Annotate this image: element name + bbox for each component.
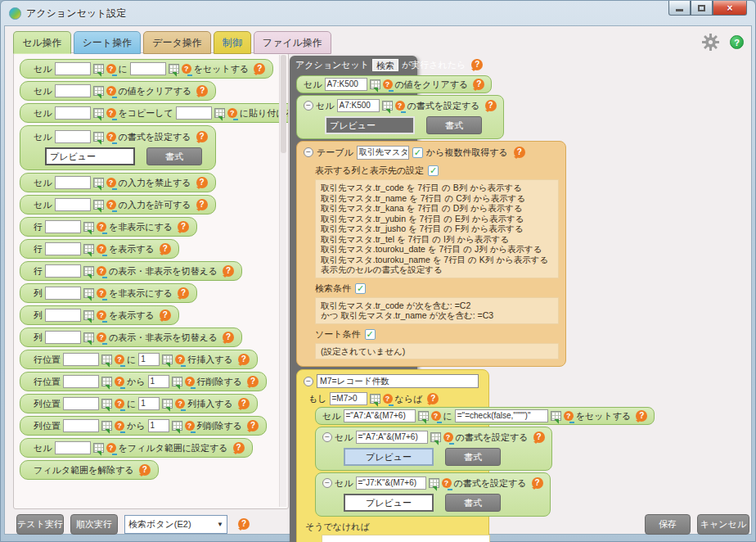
help-badge[interactable]: ? xyxy=(196,177,208,188)
if-block-name-input[interactable]: M7=レコード件数 xyxy=(317,374,479,388)
action-row[interactable]: 行?の表示・非表示を切替える? xyxy=(20,261,242,281)
checkbox-checked[interactable]: ✓ xyxy=(355,283,366,294)
value-input[interactable] xyxy=(176,106,212,120)
tab-cell-ops[interactable]: セル操作 xyxy=(13,31,71,54)
formula-help-icon[interactable]: ? xyxy=(383,79,393,89)
action-row[interactable]: セル?の入力を許可する? xyxy=(20,195,216,215)
formula-help-icon[interactable]: ? xyxy=(106,64,116,74)
action-row[interactable]: 行?を表示する? xyxy=(20,239,179,259)
value-input[interactable]: A7:K500 xyxy=(325,78,367,91)
collapse-icon[interactable]: − xyxy=(304,101,313,111)
range-picker-icon[interactable] xyxy=(83,222,94,232)
format-button[interactable]: 書式 xyxy=(445,494,501,512)
action-row[interactable]: セル?の値をクリアする? xyxy=(20,81,216,101)
help-badge[interactable]: ? xyxy=(196,199,208,210)
value-input[interactable]: =M7>0 xyxy=(330,392,367,405)
range-picker-icon[interactable] xyxy=(93,443,104,453)
formula-help-icon[interactable]: ? xyxy=(564,411,574,421)
help-badge[interactable]: ? xyxy=(139,464,151,476)
value-input[interactable] xyxy=(63,419,99,432)
formula-help-icon[interactable]: ? xyxy=(106,86,116,96)
action-row-set-format[interactable]: セル?の書式を設定する? プレビュー 書式 xyxy=(20,125,216,170)
value-input[interactable] xyxy=(130,62,166,75)
minimize-button[interactable] xyxy=(668,1,691,16)
action-set-value[interactable]: セル="A7:A"&(M7+6)?に="=check(false,"""")"?… xyxy=(315,407,655,425)
formula-help-icon[interactable]: ? xyxy=(227,108,237,118)
value-input[interactable] xyxy=(55,62,91,75)
range-picker-icon[interactable] xyxy=(93,178,104,187)
action-row[interactable]: セル?に?をセットする? xyxy=(20,59,273,79)
tab-data-ops[interactable]: データ操作 xyxy=(143,31,211,54)
range-picker-icon[interactable] xyxy=(370,79,380,89)
formula-help-icon[interactable]: ? xyxy=(185,421,195,431)
range-picker-icon[interactable] xyxy=(214,108,225,118)
help-badge[interactable]: ? xyxy=(514,147,525,158)
value-input[interactable] xyxy=(63,353,99,366)
action-row[interactable]: セル?の入力を禁止する? xyxy=(20,173,216,192)
range-picker-icon[interactable] xyxy=(169,64,179,74)
format-button[interactable]: 書式 xyxy=(146,147,202,165)
gear-icon[interactable] xyxy=(702,34,719,51)
range-picker-icon[interactable] xyxy=(83,266,94,276)
range-picker-icon[interactable] xyxy=(430,432,441,442)
action-set-format-b[interactable]: −セル="J7:K"&(M7+6)?の書式を設定する? プレビュー 書式 xyxy=(315,472,551,517)
formula-help-icon[interactable]: ? xyxy=(443,432,453,442)
range-picker-icon[interactable] xyxy=(101,399,112,409)
value-input[interactable] xyxy=(45,287,81,300)
value-input[interactable] xyxy=(55,176,91,189)
help-badge[interactable]: ? xyxy=(254,63,265,75)
value-input[interactable]: ="J7:K"&(M7+6) xyxy=(356,477,426,490)
formula-help-icon[interactable]: ? xyxy=(431,411,441,421)
help-badge[interactable]: ? xyxy=(533,431,545,443)
formula-help-icon[interactable]: ? xyxy=(175,399,185,409)
formula-help-icon[interactable]: ? xyxy=(442,478,452,488)
range-picker-icon[interactable] xyxy=(172,377,182,386)
formula-help-icon[interactable]: ? xyxy=(97,310,106,320)
value-input[interactable] xyxy=(55,130,91,143)
action-row[interactable]: フィルタ範囲を解除する? xyxy=(20,460,159,480)
formula-help-icon[interactable]: ? xyxy=(395,101,405,111)
collapse-icon[interactable]: − xyxy=(322,432,332,442)
action-set-format-a[interactable]: −セル="A7:A"&(M7+6)?の書式を設定する? プレビュー 書式 xyxy=(315,427,552,471)
tab-control[interactable]: 制御 xyxy=(214,31,251,54)
action-set-format-top[interactable]: −セルA7:K500?の書式を設定する? プレビュー 書式 xyxy=(296,95,504,139)
help-badge[interactable]: ? xyxy=(636,410,647,422)
range-picker-icon[interactable] xyxy=(162,355,173,364)
range-picker-icon[interactable] xyxy=(101,421,112,431)
formula-help-icon[interactable]: ? xyxy=(182,64,191,74)
actionset-trigger-header[interactable]: アクションセット検索が実行されたら? xyxy=(290,56,486,74)
tab-sheet-ops[interactable]: シート操作 xyxy=(74,31,142,54)
range-picker-icon[interactable] xyxy=(83,244,94,254)
formula-help-icon[interactable]: ? xyxy=(185,377,195,386)
formula-help-icon[interactable]: ? xyxy=(115,399,124,409)
action-clear-values[interactable]: セルA7:K500?の値をクリアする? xyxy=(296,75,492,93)
help-badge[interactable]: ? xyxy=(233,442,245,454)
value-input[interactable]: 1 xyxy=(138,353,160,366)
formula-help-icon[interactable]: ? xyxy=(383,394,393,404)
range-picker-icon[interactable] xyxy=(382,101,393,111)
value-input[interactable] xyxy=(45,220,81,233)
checkbox-checked[interactable]: ✓ xyxy=(412,147,423,158)
value-input[interactable]: ="A7:A"&(M7+6) xyxy=(356,431,428,444)
format-button[interactable]: 書式 xyxy=(445,448,501,466)
formula-help-icon[interactable]: ? xyxy=(106,108,116,118)
help-badge[interactable]: ? xyxy=(178,221,189,233)
formula-help-icon[interactable]: ? xyxy=(115,377,124,386)
action-row[interactable]: 列位置?に1?列挿入する? xyxy=(20,394,258,413)
checkbox-checked[interactable]: ✓ xyxy=(365,329,376,340)
formula-help-icon[interactable]: ? xyxy=(97,222,106,232)
range-picker-icon[interactable] xyxy=(93,64,104,74)
formula-help-icon[interactable]: ? xyxy=(106,443,116,453)
collapse-icon[interactable]: − xyxy=(304,377,313,386)
action-row[interactable]: 行?を非表示にする? xyxy=(20,217,197,237)
value-input[interactable] xyxy=(55,106,91,120)
value-input[interactable]: ="A7:A"&(M7+6) xyxy=(344,409,416,422)
action-row[interactable]: 列位置?から1?列削除する? xyxy=(20,416,267,436)
range-picker-icon[interactable] xyxy=(370,394,380,404)
formula-help-icon[interactable]: ? xyxy=(175,355,185,364)
range-picker-icon[interactable] xyxy=(83,288,94,298)
value-input[interactable]: 1 xyxy=(138,397,160,410)
collapse-icon[interactable]: − xyxy=(322,478,332,488)
help-button[interactable]: ? xyxy=(730,35,744,49)
range-picker-icon[interactable] xyxy=(101,377,112,386)
